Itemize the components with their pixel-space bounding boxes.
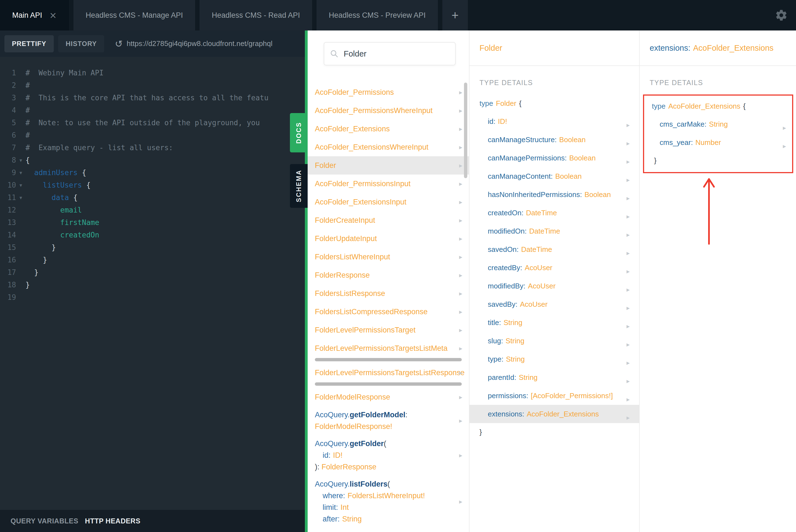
- docs-query-item-getfolder[interactable]: AcoQuery.getFolder( id:ID! ): FolderResp…: [308, 435, 469, 475]
- fold-arrow-icon[interactable]: ▾: [16, 154, 25, 167]
- field-row-savedon[interactable]: savedOn:DateTime▸: [470, 240, 639, 259]
- fold-icon: [16, 216, 25, 229]
- field-type: AcoUser: [528, 282, 556, 290]
- chevron-right-icon: ▸: [459, 271, 462, 279]
- fold-arrow-icon[interactable]: ▾: [16, 191, 25, 204]
- type-name: AcoFolder_Permissions: [315, 88, 394, 97]
- field-row-createdon[interactable]: createdOn:DateTime▸: [470, 204, 639, 222]
- field-name: type:: [488, 355, 503, 363]
- history-button[interactable]: HISTORY: [58, 35, 104, 52]
- close-tab-icon[interactable]: ×: [49, 11, 57, 20]
- endpoint-url[interactable]: https://d2785gi4qi6pw8.cloudfront.net/gr…: [127, 39, 272, 48]
- code-text: firstName: [25, 216, 99, 229]
- field-type: DateTime: [529, 227, 560, 235]
- field-type: Number: [695, 138, 721, 147]
- field-row-canmanagecontent[interactable]: canManageContent:Boolean▸: [470, 167, 639, 185]
- docs-divider[interactable]: DOCS SCHEMA: [305, 31, 308, 532]
- field-type: ID!: [498, 117, 507, 126]
- docs-list-item[interactable]: FoldersListCompressedResponse▸: [308, 303, 469, 321]
- field-row-canmanagepermissions[interactable]: canManagePermissions:Boolean▸: [470, 149, 639, 167]
- line-number: 15: [4, 241, 16, 254]
- query-signature: AcoQuery.getFolder(: [315, 438, 457, 450]
- docs-query-item-listfolders[interactable]: AcoQuery.listFolders( where:FoldersListW…: [308, 475, 469, 528]
- fold-arrow-icon[interactable]: ▾: [16, 179, 25, 191]
- code-text: }: [25, 266, 39, 279]
- chevron-right-icon: ▸: [459, 235, 462, 242]
- field-row-type[interactable]: type:String▸: [470, 350, 639, 368]
- docs-list-item[interactable]: AcoFolder_ExtensionsInput▸: [308, 193, 469, 211]
- docs-list-item[interactable]: FolderModelResponse▸: [308, 388, 469, 406]
- fold-arrow-icon[interactable]: ▾: [16, 167, 25, 179]
- tab-main-api[interactable]: Main API ×: [0, 0, 69, 31]
- field-row-canmanagestructure[interactable]: canManageStructure:Boolean▸: [470, 131, 639, 149]
- argument-type: String: [342, 515, 362, 523]
- docs-list-item-folder[interactable]: Folder▸: [308, 156, 469, 174]
- field-row-title[interactable]: title:String▸: [470, 314, 639, 332]
- docs-search-box[interactable]: [324, 42, 456, 65]
- field-row-slug[interactable]: slug:String▸: [470, 332, 639, 350]
- docs-query-item-getfoldermodel[interactable]: AcoQuery.getFolderModel: FolderModelResp…: [308, 406, 469, 435]
- tab-headless-cms-read-api[interactable]: Headless CMS - Read API: [200, 0, 312, 31]
- schema-side-tab[interactable]: SCHEMA: [290, 164, 308, 208]
- code-text: {: [86, 179, 91, 191]
- field-row-cms-carmake[interactable]: cms_carMake:String▸: [644, 115, 792, 133]
- code-line: 2#: [4, 79, 305, 92]
- reload-schema-icon[interactable]: ↺: [115, 39, 123, 49]
- editor-bottom-bar: QUERY VARIABLES HTTP HEADERS: [0, 510, 305, 532]
- field-row-modifiedon[interactable]: modifiedOn:DateTime▸: [470, 222, 639, 240]
- fold-icon: [16, 266, 25, 279]
- docs-list-item[interactable]: AcoFolder_ExtensionsWhereInput▸: [308, 138, 469, 156]
- docs-side-tab[interactable]: DOCS: [290, 113, 308, 152]
- field-row-hasnoninheritedpermissions[interactable]: hasNonInheritedPermissions:Boolean▸: [470, 185, 639, 204]
- add-tab-button[interactable]: +: [442, 0, 468, 31]
- punctuation: {: [743, 102, 745, 110]
- docs-list-item[interactable]: FolderLevelPermissionsTargetsListMeta▸: [308, 339, 469, 358]
- docs-list-item[interactable]: FoldersListWhereInput▸: [308, 248, 469, 266]
- fold-icon: [16, 291, 25, 304]
- vertical-scrollbar[interactable]: [464, 82, 467, 178]
- tab-headless-cms-preview-api[interactable]: Headless CMS - Preview API: [317, 0, 438, 31]
- horizontal-scrollbar[interactable]: [315, 358, 462, 361]
- field-row-modifiedby[interactable]: modifiedBy:AcoUser▸: [470, 277, 639, 295]
- type-name: FoldersListResponse: [315, 289, 385, 298]
- code-line: 17 }: [4, 266, 305, 279]
- docs-list-item[interactable]: FolderCreateInput▸: [308, 211, 469, 229]
- field-row-extensions[interactable]: extensions:AcoFolder_Extensions▸: [470, 405, 639, 423]
- code-line: 10▾ listUsers {: [4, 179, 305, 191]
- docs-list-item[interactable]: AcoFolder_Permissions▸: [308, 83, 469, 101]
- fold-icon: [16, 67, 25, 79]
- docs-list-item[interactable]: AcoFolder_PermissionsInput▸: [308, 174, 469, 193]
- line-number: 16: [4, 254, 16, 266]
- docs-list-item[interactable]: FolderLevelPermissionsTargetsListRespons…: [308, 363, 469, 382]
- type-name: FoldersListWhereInput: [315, 253, 390, 261]
- docs-list-item[interactable]: FoldersListResponse▸: [308, 284, 469, 303]
- chevron-right-icon: ▸: [459, 394, 462, 401]
- field-row-cms-year[interactable]: cms_year:Number▸: [644, 133, 792, 152]
- field-row-permissions[interactable]: permissions:[AcoFolder_Permissions!]▸: [470, 386, 639, 405]
- annotation-arrow-up: [701, 174, 717, 247]
- field-row-parentid[interactable]: parentId:String▸: [470, 368, 639, 386]
- chevron-right-icon: ▸: [459, 180, 462, 187]
- settings-gear-icon[interactable]: [775, 0, 796, 31]
- field-row-createdby[interactable]: createdBy:AcoUser▸: [470, 259, 639, 277]
- query-editor[interactable]: 1# Webiny Main API 2# 3# This is the cor…: [0, 57, 305, 510]
- field-row-id[interactable]: id:ID!▸: [470, 112, 639, 131]
- line-number: 2: [4, 79, 16, 92]
- code-text: email: [25, 204, 82, 216]
- docs-list-item[interactable]: FolderUpdateInput▸: [308, 229, 469, 248]
- docs-list-item[interactable]: AcoFolder_PermissionsWhereInput▸: [308, 101, 469, 120]
- prettify-button[interactable]: PRETTIFY: [4, 35, 54, 52]
- chevron-right-icon: ▸: [626, 283, 630, 296]
- horizontal-scrollbar[interactable]: [315, 382, 462, 386]
- type-close-brace: }: [644, 152, 792, 169]
- docs-list-item[interactable]: FolderLevelPermissionsTarget▸: [308, 321, 469, 339]
- query-variables-toggle[interactable]: QUERY VARIABLES: [11, 517, 78, 525]
- docs-list-item[interactable]: AcoFolder_Extensions▸: [308, 120, 469, 138]
- code-line: 12 email: [4, 204, 305, 216]
- docs-list-item[interactable]: FolderResponse▸: [308, 266, 469, 284]
- http-headers-toggle[interactable]: HTTP HEADERS: [85, 517, 140, 525]
- tab-headless-cms-manage-api[interactable]: Headless CMS - Manage API: [73, 0, 195, 31]
- code-text: }: [25, 241, 56, 254]
- docs-search-input[interactable]: [344, 49, 450, 58]
- field-row-savedby[interactable]: savedBy:AcoUser▸: [470, 295, 639, 314]
